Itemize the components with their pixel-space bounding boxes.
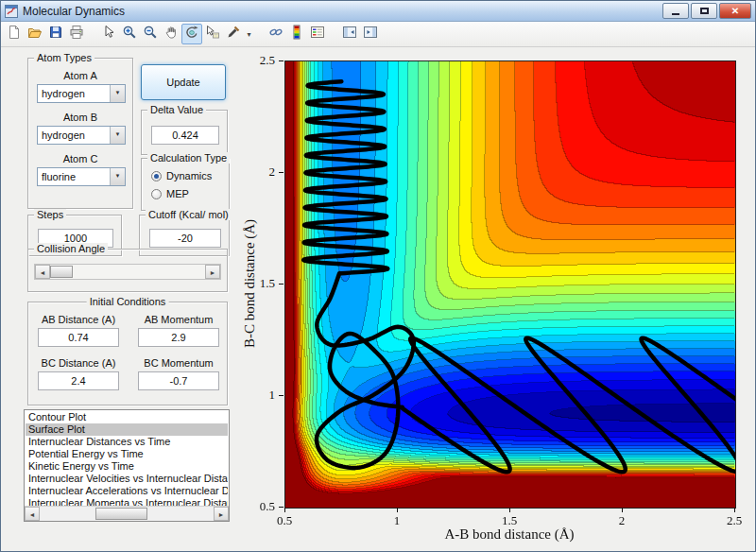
- contour-plot-canvas[interactable]: [284, 60, 736, 509]
- edit-plot-icon: [101, 25, 116, 43]
- cutoff-field[interactable]: -20: [149, 229, 221, 248]
- ab-momentum-field[interactable]: 2.9: [138, 328, 219, 347]
- close-icon: ✕: [731, 6, 739, 16]
- dropdown-arrow-icon[interactable]: ▼: [110, 127, 125, 144]
- steps-title: Steps: [34, 209, 66, 220]
- list-item[interactable]: Internuclear Velocities vs Internuclear …: [26, 473, 228, 485]
- data-cursor-button[interactable]: [202, 24, 223, 44]
- y-tick-mark: [279, 395, 284, 396]
- list-item[interactable]: Internuclear Accelerations vs Internucle…: [26, 485, 228, 497]
- delta-value-field[interactable]: 0.424: [151, 126, 219, 145]
- initial-conditions-title: Initial Conditions: [87, 296, 169, 307]
- edit-plot-button[interactable]: [98, 24, 119, 44]
- window-icon: [5, 5, 18, 18]
- atom-c-label: Atom C: [28, 153, 132, 164]
- brush-dropdown-button[interactable]: ▾: [244, 24, 254, 44]
- radio-mep-label: MEP: [166, 188, 189, 199]
- dropdown-arrow-icon[interactable]: ▼: [110, 85, 125, 102]
- slider-right-arrow[interactable]: ►: [205, 265, 220, 279]
- atom-a-dropdown[interactable]: hydrogen ▼: [37, 84, 126, 103]
- brush-data-icon: [226, 25, 241, 43]
- dropdown-arrow-icon[interactable]: ▼: [110, 168, 125, 185]
- atom-b-dropdown[interactable]: hydrogen ▼: [37, 126, 126, 145]
- list-item[interactable]: Internuclear Distances vs Time: [26, 436, 228, 448]
- update-button[interactable]: Update: [141, 64, 226, 100]
- new-figure-button[interactable]: [4, 24, 25, 44]
- atom-types-panel: Atom Types Atom A hydrogen ▼ Atom B hydr…: [27, 58, 133, 209]
- save-figure-icon: [48, 25, 63, 43]
- collision-angle-panel: Collision Angle ◄ ►: [27, 249, 228, 292]
- radio-dynamics-label: Dynamics: [166, 170, 212, 181]
- show-plot-tools-icon: [363, 25, 378, 43]
- bc-distance-field[interactable]: 2.4: [38, 371, 119, 390]
- y-tick-label: 0.5: [241, 499, 275, 514]
- atom-c-dropdown[interactable]: fluorine ▼: [37, 167, 126, 186]
- pan-icon: [163, 25, 179, 43]
- ab-momentum-label: AB Momentum: [129, 314, 229, 325]
- print-figure-icon: [69, 25, 84, 43]
- scroll-left-button[interactable]: ◄: [25, 507, 40, 521]
- rotate-3d-icon: [184, 25, 199, 43]
- collision-angle-title: Collision Angle: [34, 243, 108, 254]
- hide-plot-tools-button[interactable]: [339, 24, 360, 44]
- delta-value-panel: Delta Value 0.424: [141, 110, 228, 155]
- collision-angle-slider[interactable]: ◄ ►: [34, 264, 221, 280]
- scroll-thumb[interactable]: [95, 508, 148, 520]
- x-tick-mark: [397, 508, 398, 512]
- plot-type-listbox[interactable]: Contour PlotSurface PlotInternuclear Dis…: [24, 409, 230, 522]
- list-item[interactable]: Surface Plot: [26, 423, 228, 436]
- delta-value-title: Delta Value: [147, 104, 206, 115]
- hide-plot-tools-icon: [342, 25, 357, 43]
- list-item[interactable]: Contour Plot: [26, 411, 228, 423]
- atom-types-title: Atom Types: [34, 52, 94, 63]
- cutoff-title: Cutoff (Kcal/ mol): [146, 209, 232, 220]
- zoom-out-button[interactable]: [140, 24, 161, 44]
- slider-left-arrow[interactable]: ◄: [35, 265, 50, 279]
- initial-conditions-panel: Initial Conditions AB Distance (A) 0.74 …: [27, 302, 228, 405]
- y-axis-label: B-C bond distance (Å): [242, 219, 258, 348]
- bc-distance-label: BC Distance (A): [28, 357, 129, 369]
- data-cursor-icon: [205, 25, 220, 43]
- titlebar[interactable]: Molecular Dynamics ✕: [1, 1, 755, 22]
- link-plot-button[interactable]: [266, 24, 286, 44]
- y-tick-label: 2: [241, 164, 275, 180]
- radio-dynamics[interactable]: Dynamics: [151, 170, 212, 181]
- zoom-in-button[interactable]: [119, 24, 140, 44]
- brush-data-button[interactable]: [223, 24, 244, 44]
- pan-button[interactable]: [161, 24, 181, 44]
- bc-momentum-field[interactable]: -0.7: [138, 371, 219, 390]
- insert-colorbar-button[interactable]: [286, 24, 307, 44]
- bc-momentum-label: BC Momentum: [129, 357, 229, 369]
- insert-legend-icon: [310, 25, 325, 43]
- radio-icon: [151, 171, 162, 181]
- insert-colorbar-icon: [289, 25, 304, 43]
- ab-distance-label: AB Distance (A): [28, 314, 129, 325]
- insert-legend-button[interactable]: [307, 24, 328, 44]
- window-title: Molecular Dynamics: [23, 5, 662, 18]
- y-tick-mark: [279, 507, 284, 508]
- list-item[interactable]: Kinetic Energy vs Time: [26, 460, 228, 473]
- calculation-type-title: Calculation Type: [147, 152, 230, 164]
- print-figure-button[interactable]: [66, 24, 87, 44]
- rotate-3d-button[interactable]: [181, 24, 202, 44]
- maximize-button[interactable]: [691, 3, 717, 19]
- y-tick-mark: [279, 284, 284, 285]
- show-plot-tools-button[interactable]: [360, 24, 381, 44]
- zoom-in-icon: [122, 25, 137, 43]
- app-window: Molecular Dynamics ✕ ▾ Atom Types Atom A…: [0, 0, 756, 552]
- list-item[interactable]: Potential Energy vs Time: [26, 448, 228, 460]
- save-figure-button[interactable]: [45, 24, 66, 44]
- slider-thumb[interactable]: [50, 266, 73, 278]
- close-button[interactable]: ✕: [719, 3, 751, 19]
- ab-distance-field[interactable]: 0.74: [38, 328, 119, 347]
- minimize-button[interactable]: [662, 3, 689, 19]
- open-file-icon: [27, 25, 43, 43]
- y-tick-mark: [279, 60, 284, 61]
- scroll-right-button[interactable]: ►: [214, 507, 229, 521]
- radio-mep[interactable]: MEP: [151, 188, 189, 199]
- atom-a-label: Atom A: [28, 70, 132, 81]
- open-file-button[interactable]: [25, 24, 45, 44]
- listbox-hscrollbar[interactable]: ◄ ►: [25, 506, 229, 521]
- maximize-icon: [700, 8, 709, 14]
- new-figure-icon: [7, 25, 22, 43]
